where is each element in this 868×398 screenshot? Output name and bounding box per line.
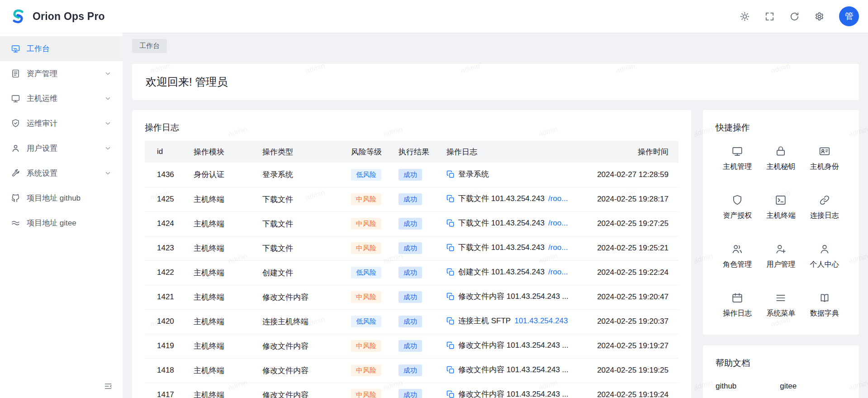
cell-result: 成功 (398, 260, 446, 285)
sidebar-item-host-ops[interactable]: 主机运维 (0, 86, 123, 111)
cell-risk: 中风险 (351, 285, 398, 309)
quick-action-item[interactable]: 连接日志 (803, 194, 846, 221)
chevron-down-icon (104, 120, 112, 127)
log-link[interactable]: /roo... (548, 268, 568, 277)
table-header-row: id 操作模块 操作类型 风险等级 执行结果 操作日志 操作时间 (145, 141, 678, 163)
table-row: 1420 主机终端 连接主机终端 低风险 成功 连接主机 SFTP 101.43… (145, 309, 678, 334)
settings-gear-icon[interactable] (814, 11, 825, 22)
theme-icon[interactable] (740, 11, 750, 22)
result-badge: 成功 (398, 389, 422, 398)
cell-id: 1418 (145, 358, 194, 383)
cell-type: 修改文件内容 (262, 358, 351, 383)
cell-log: 修改文件内容 101.43.254.243 ... (446, 383, 586, 398)
quick-action-item[interactable]: 主机秘钥 (759, 145, 802, 172)
user-avatar[interactable]: 管 (839, 6, 859, 26)
column-header-id: id (145, 141, 194, 163)
risk-badge: 中风险 (351, 291, 381, 303)
refresh-icon[interactable] (789, 11, 800, 22)
cell-module: 主机终端 (194, 334, 262, 358)
column-header-type: 操作类型 (262, 141, 351, 163)
copy-icon[interactable] (446, 244, 455, 252)
cell-result: 成功 (398, 358, 446, 383)
risk-badge: 中风险 (351, 389, 381, 398)
sidebar-item-assets[interactable]: 资产管理 (0, 61, 123, 86)
cell-risk: 低风险 (351, 163, 398, 187)
result-badge: 成功 (398, 340, 422, 352)
log-text: 修改文件内容 101.43.254.243 ... (458, 364, 569, 375)
cell-risk: 中风险 (351, 187, 398, 211)
cell-time: 2024-02-27 12:28:59 (586, 163, 678, 187)
copy-icon[interactable] (446, 219, 455, 227)
copy-icon[interactable] (446, 195, 455, 203)
quick-action-label: 个人中心 (810, 260, 839, 269)
copy-icon[interactable] (446, 293, 455, 301)
table-row: 1418 主机终端 修改文件内容 中风险 成功 修改文件内容 101.43.25… (145, 358, 678, 383)
people-icon (731, 243, 743, 255)
cell-module: 身份认证 (194, 163, 262, 187)
quick-action-item[interactable]: 资产授权 (716, 194, 759, 221)
sidebar-item-audit[interactable]: 运维审计 (0, 111, 123, 136)
cell-risk: 中风险 (351, 334, 398, 358)
sidebar-collapse-icon[interactable] (104, 382, 113, 391)
log-link[interactable]: /roo... (548, 194, 568, 203)
quick-action-label: 操作日志 (723, 309, 752, 318)
app-title: Orion Ops Pro (33, 10, 105, 23)
risk-badge: 中风险 (351, 364, 381, 376)
sidebar-item-system-settings[interactable]: 系统设置 (0, 161, 123, 186)
table-row: 1436 身份认证 登录系统 低风险 成功 登录系统 2024-02-27 12… (145, 163, 678, 187)
help-link-github[interactable]: github (716, 382, 736, 391)
sidebar-item-github[interactable]: 项目地址 github (0, 186, 123, 211)
copy-icon[interactable] (446, 390, 455, 398)
quick-action-item[interactable]: 主机身份 (803, 145, 846, 172)
result-badge: 成功 (398, 169, 422, 181)
table-row: 1424 主机终端 下载文件 中风险 成功 下载文件 101.43.254.24… (145, 211, 678, 236)
quick-action-item[interactable]: 数据字典 (803, 292, 846, 318)
user-icon (819, 243, 830, 255)
operation-log-table: id 操作模块 操作类型 风险等级 执行结果 操作日志 操作时间 1436 身份… (145, 141, 678, 398)
quick-action-item[interactable]: 主机管理 (716, 145, 759, 172)
table-row: 1422 主机终端 创建文件 低风险 成功 创建文件 101.43.254.24… (145, 260, 678, 285)
brand[interactable]: Orion Ops Pro (9, 7, 105, 25)
sidebar-item-gitee[interactable]: 项目地址 gitee (0, 211, 123, 235)
breadcrumb-item-workbench[interactable]: 工作台 (132, 39, 167, 53)
sidebar-item-workbench[interactable]: 工作台 (0, 36, 123, 61)
cell-time: 2024-02-25 19:19:24 (586, 383, 678, 398)
shield-icon (731, 194, 743, 206)
main-content: adminadminadminadminadminadminadminadmin… (123, 33, 868, 398)
copy-icon[interactable] (446, 268, 455, 276)
copy-icon[interactable] (446, 341, 455, 350)
log-link[interactable]: /roo... (548, 243, 568, 252)
cell-module: 主机终端 (194, 236, 262, 260)
cell-id: 1421 (145, 285, 194, 309)
log-link[interactable]: /roo... (548, 219, 568, 228)
column-header-module: 操作模块 (194, 141, 262, 163)
workbench-icon (11, 44, 20, 53)
quick-action-item[interactable]: 个人中心 (803, 243, 846, 269)
quick-action-item[interactable]: 操作日志 (716, 292, 759, 318)
user-icon (11, 144, 20, 153)
log-text: 修改文件内容 101.43.254.243 ... (458, 340, 569, 350)
operation-log-card: 操作日志 id 操作模块 操作类型 风险等级 执行结果 操作日志 操作时间 (132, 110, 691, 398)
cell-risk: 中风险 (351, 211, 398, 236)
quick-action-item[interactable]: 用户管理 (759, 243, 802, 269)
copy-icon[interactable] (446, 317, 455, 325)
quick-action-item[interactable]: 主机终端 (759, 194, 802, 221)
cell-type: 创建文件 (262, 260, 351, 285)
cell-time: 2024-02-25 19:20:37 (586, 309, 678, 334)
cell-time: 2024-02-25 19:19:27 (586, 334, 678, 358)
cell-type: 登录系统 (262, 163, 351, 187)
link-icon (819, 194, 830, 206)
fullscreen-icon[interactable] (764, 11, 775, 22)
table-row: 1419 主机终端 修改文件内容 中风险 成功 修改文件内容 101.43.25… (145, 334, 678, 358)
asset-icon (11, 69, 20, 78)
log-link[interactable]: 101.43.254.243 (514, 316, 568, 326)
cell-log: 下载文件 101.43.254.243 /roo... (446, 236, 586, 260)
copy-icon[interactable] (446, 170, 455, 178)
quick-action-item[interactable]: 系统菜单 (759, 292, 802, 318)
quick-action-item[interactable]: 角色管理 (716, 243, 759, 269)
monitor-icon (731, 145, 743, 157)
sidebar-item-user-settings[interactable]: 用户设置 (0, 136, 123, 161)
copy-icon[interactable] (446, 366, 455, 374)
help-link-gitee[interactable]: gitee (780, 382, 797, 391)
sidebar-item-label: 主机运维 (27, 93, 98, 104)
